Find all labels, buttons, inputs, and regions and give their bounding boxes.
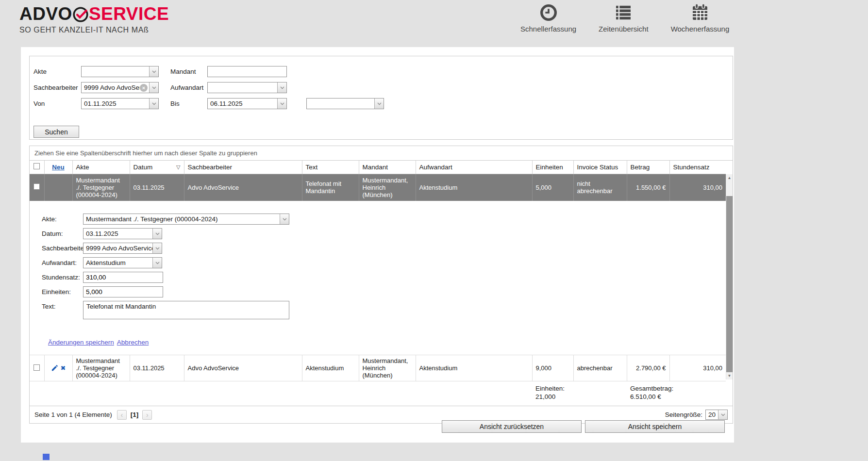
pagesize-label: Seitengröße: bbox=[665, 411, 702, 418]
akte-filter-label: Akte bbox=[33, 66, 47, 77]
scroll-down-icon[interactable]: ▼ bbox=[726, 372, 733, 379]
save-view-button[interactable]: Ansicht speichern bbox=[585, 420, 725, 433]
cell-betrag[interactable]: 2.790,00 € bbox=[627, 355, 669, 381]
edit-sachbearbeiter-select[interactable]: 9999 Advo AdvoService bbox=[83, 243, 162, 254]
grid-header-row: Neu Akte Datum ▽ Sachbearbeiter Text Man… bbox=[30, 161, 726, 174]
summary-row: Einheiten: 21,000 Gesamtbetrag: 6.510,00… bbox=[30, 381, 726, 406]
brand-logo[interactable]: ADVO SERVICE SO GEHT KANZLEI-IT NACH MAß bbox=[19, 4, 169, 34]
edit-aufwandart-select[interactable]: Aktenstudium bbox=[83, 257, 162, 268]
new-entry-link[interactable]: Neu bbox=[52, 164, 65, 171]
cell-akte[interactable]: Mustermandant ./. Testgegner (000004-202… bbox=[72, 355, 130, 381]
chevron-down-icon[interactable] bbox=[277, 99, 286, 109]
cell-einheiten[interactable]: 9,000 bbox=[532, 355, 573, 381]
column-header-einheiten[interactable]: Einheiten bbox=[532, 161, 573, 174]
chevron-down-icon[interactable] bbox=[152, 258, 162, 268]
chevron-down-icon[interactable] bbox=[152, 243, 162, 253]
column-header-datum[interactable]: Datum ▽ bbox=[130, 161, 184, 174]
cell-akte[interactable]: Mustermandant ./. Testgegner (000004-202… bbox=[72, 174, 130, 201]
vertical-scrollbar[interactable]: ▲ ▼ bbox=[726, 174, 733, 379]
grid-header-table: Neu Akte Datum ▽ Sachbearbeiter Text Man… bbox=[30, 161, 726, 201]
chevron-down-icon[interactable] bbox=[280, 214, 289, 224]
cell-text[interactable]: Telefonat mit Mandantin bbox=[302, 174, 359, 201]
delete-row-icon[interactable]: ✖ bbox=[61, 365, 66, 371]
scrollbar-track[interactable] bbox=[726, 181, 733, 372]
chevron-down-icon[interactable] bbox=[152, 229, 162, 239]
chevron-down-icon[interactable] bbox=[149, 82, 158, 93]
save-changes-link[interactable]: Änderungen speichern bbox=[48, 339, 114, 346]
row-actions-cell: ✖ bbox=[44, 355, 72, 381]
chevron-down-icon[interactable] bbox=[718, 410, 727, 419]
summary-einheiten-value: 21,000 bbox=[535, 393, 623, 401]
brand-tagline: SO GEHT KANZLEI-IT NACH MAß bbox=[19, 26, 169, 34]
column-header-text[interactable]: Text bbox=[302, 161, 359, 174]
row-checkbox[interactable] bbox=[33, 364, 40, 371]
cell-datum[interactable]: 03.11.2025 bbox=[130, 355, 184, 381]
von-date-select[interactable]: 01.11.2025 bbox=[81, 98, 159, 109]
cell-mandant[interactable]: Mustermandant, Heinrich (München) bbox=[359, 174, 416, 201]
edit-stundensatz-input[interactable] bbox=[83, 272, 163, 283]
select-all-header-cell bbox=[30, 161, 44, 174]
cell-einheiten[interactable]: 5,000 bbox=[532, 174, 573, 201]
chevron-down-icon[interactable] bbox=[374, 99, 384, 109]
column-header-stundensatz[interactable]: Stundensatz bbox=[669, 161, 726, 174]
extra-filter-select[interactable] bbox=[306, 98, 384, 109]
search-button[interactable]: Suchen bbox=[33, 126, 79, 138]
bis-filter-label: Bis bbox=[170, 98, 180, 109]
edit-einheiten-label: Einheiten: bbox=[42, 286, 83, 297]
prev-page-button[interactable]: ‹ bbox=[117, 410, 127, 420]
mandant-filter-input[interactable] bbox=[207, 66, 287, 77]
pagesize-select[interactable]: 20 bbox=[705, 410, 728, 420]
column-header-mandant[interactable]: Mandant bbox=[359, 161, 416, 174]
cell-sachbearbeiter[interactable]: Advo AdvoService bbox=[184, 174, 302, 201]
group-by-bar[interactable]: Ziehen Sie eine Spaltenüberschrift hierh… bbox=[30, 146, 733, 161]
column-header-betrag[interactable]: Betrag bbox=[627, 161, 669, 174]
row-checkbox[interactable] bbox=[33, 183, 40, 190]
cell-mandant[interactable]: Mustermandant, Heinrich (München) bbox=[359, 355, 416, 381]
cell-aufwandart[interactable]: Aktenstudium bbox=[416, 174, 532, 201]
scroll-up-icon[interactable]: ▲ bbox=[726, 174, 733, 181]
cell-stundensatz[interactable]: 310,00 bbox=[669, 355, 726, 381]
reset-view-button[interactable]: Ansicht zurücksetzen bbox=[442, 420, 582, 433]
edit-row-icon[interactable] bbox=[51, 364, 58, 372]
nav-zeitenuebersicht[interactable]: Zeitenübersicht bbox=[599, 2, 649, 33]
bis-date-select[interactable]: 06.11.2025 bbox=[207, 98, 287, 109]
edit-akte-select[interactable]: Mustermandant ./. Testgegner (000004-202… bbox=[83, 214, 289, 225]
column-header-akte[interactable]: Akte bbox=[72, 161, 130, 174]
cell-betrag[interactable]: 1.550,00 € bbox=[627, 174, 669, 201]
summary-gesamt-value: 6.510,00 € bbox=[630, 393, 722, 401]
chevron-down-icon[interactable] bbox=[149, 99, 158, 109]
column-header-neu: Neu bbox=[44, 161, 72, 174]
column-header-invoice-status[interactable]: Invoice Status bbox=[573, 161, 627, 174]
edit-einheiten-input[interactable] bbox=[83, 286, 163, 297]
cell-stundensatz[interactable]: 310,00 bbox=[669, 174, 726, 201]
stray-blue-marker bbox=[43, 454, 50, 460]
edit-text-label: Text: bbox=[42, 301, 83, 312]
cell-invoice-status[interactable]: abrechenbar bbox=[573, 355, 627, 381]
column-header-aufwandart[interactable]: Aufwandart bbox=[416, 161, 532, 174]
column-header-sachbearbeiter[interactable]: Sachbearbeiter bbox=[184, 161, 302, 174]
sachbearbeiter-filter-label: Sachbearbeiter bbox=[33, 82, 78, 93]
chevron-down-icon[interactable] bbox=[277, 82, 286, 93]
summary-gesamtbetrag: Gesamtbetrag: 6.510,00 € bbox=[627, 381, 726, 406]
view-actions: Ansicht zurücksetzen Ansicht speichern bbox=[442, 420, 725, 433]
edit-datum-select[interactable]: 03.11.2025 bbox=[83, 228, 162, 239]
clear-icon[interactable]: × bbox=[140, 84, 148, 92]
row-actions-cell bbox=[44, 174, 72, 201]
aufwandart-filter-select[interactable] bbox=[207, 82, 287, 93]
select-all-checkbox[interactable] bbox=[33, 163, 40, 169]
cell-text[interactable]: Aktenstudium bbox=[302, 355, 359, 381]
cancel-link[interactable]: Abbrechen bbox=[117, 339, 149, 346]
cell-aufwandart[interactable]: Aktenstudium bbox=[416, 355, 532, 381]
cell-invoice-status[interactable]: nicht abrechenbar bbox=[573, 174, 627, 201]
nav-schnellerfassung[interactable]: Schnellerfassung bbox=[520, 2, 576, 33]
next-page-button[interactable]: › bbox=[142, 410, 152, 420]
cell-sachbearbeiter[interactable]: Advo AdvoService bbox=[184, 355, 302, 381]
edit-sachbearbeiter-label: Sachbearbeiter: bbox=[42, 243, 83, 254]
scrollbar-thumb[interactable] bbox=[726, 196, 733, 372]
cell-datum[interactable]: 03.11.2025 bbox=[130, 174, 184, 201]
sachbearbeiter-filter-select[interactable]: 9999 Advo AdvoService × bbox=[81, 82, 159, 93]
chevron-down-icon[interactable] bbox=[149, 66, 158, 77]
akte-filter-select[interactable] bbox=[81, 66, 159, 77]
nav-wochenerfassung[interactable]: Wochenerfassung bbox=[671, 2, 730, 33]
edit-text-input[interactable]: Telefonat mit Mandantin bbox=[83, 301, 289, 319]
